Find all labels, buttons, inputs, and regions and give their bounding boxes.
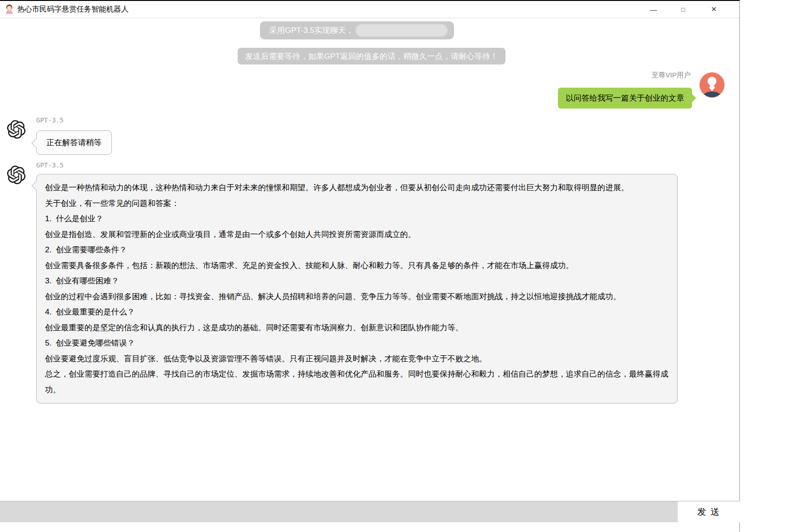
system-notice-1: 采用GPT-3.5实现聊天， — [260, 21, 454, 39]
bot-name-label: GPT-3.5 — [36, 161, 64, 169]
user-badge: 至尊VIP用户 — [552, 71, 691, 80]
bot-reply-bubble: 创业是一种热情和动力的体现，这种热情和动力来自于对未来的憧憬和期望。许多人都想成… — [36, 174, 678, 404]
user-message-text: 以问答给我写一篇关于创业的文章 — [566, 93, 684, 103]
bubble-tail — [687, 94, 696, 102]
openai-logo-icon — [7, 166, 26, 184]
openai-logo-icon — [7, 120, 26, 139]
bubble-tail — [32, 138, 41, 148]
reply-paragraph: 创业要避免过度乐观、盲目扩张、低估竞争以及资源管理不善等错误。只有正视问题并及时… — [45, 351, 669, 367]
user-avatar-icon — [699, 72, 725, 97]
bot-status-text: 正在解答请稍等 — [46, 137, 102, 148]
bot-reply-text: 创业是一种热情和动力的体现，这种热情和动力来自于对未来的憧憬和期望。许多人都想成… — [45, 180, 669, 397]
reply-paragraph: 创业是指创造、发展和管理新的企业或商业项目，通常是由一个或多个创始人共同投资所需… — [45, 227, 669, 243]
reply-paragraph: 5. 创业要避免哪些错误？ — [45, 335, 669, 351]
screenshot-stage: 热心市民码字悬赏任务智能机器人 — □ ✕ 采用GPT-3.5实现聊天， 发送后… — [0, 0, 790, 532]
bot-status-bubble: 正在解答请稍等 — [36, 130, 112, 155]
close-icon[interactable]: ✕ — [704, 1, 724, 18]
reply-paragraph: 创业最重要的是坚定的信念和认真的执行力，这是成功的基础。同时还需要有市场洞察力、… — [45, 320, 669, 336]
system-notice-2-text: 发送后需要等待，如果GPT返回的值多的话，稍微久一点，请耐心等待！ — [245, 51, 498, 62]
maximize-icon[interactable]: □ — [673, 1, 693, 18]
reply-paragraph: 关于创业，有一些常见的问题和答案： — [45, 196, 669, 212]
bot-name-label: GPT-3.5 — [36, 116, 64, 124]
reply-paragraph: 4. 创业最重要的是什么？ — [45, 304, 669, 320]
app-window: 热心市民码字悬赏任务智能机器人 — □ ✕ 采用GPT-3.5实现聊天， 发送后… — [0, 0, 740, 532]
composer-bar: 发 送 — [0, 501, 740, 522]
user-message-bubble: 以问答给我写一篇关于创业的文章 — [558, 88, 692, 109]
system-notice-1-text: 采用GPT-3.5实现聊天， — [269, 25, 354, 36]
reply-paragraph: 创业的过程中会遇到很多困难，比如：寻找资金、推销产品、解决人员招聘和培养的问题、… — [45, 289, 669, 305]
reply-paragraph: 创业需要具备很多条件，包括：新颖的想法、市场需求、充足的资金投入、技能和人脉、耐… — [45, 258, 669, 274]
reply-paragraph: 总之，创业需要打造自己的品牌、寻找自己的市场定位、发掘市场需求，持续地改善和优化… — [45, 366, 669, 397]
reply-paragraph: 3. 创业有哪些困难？ — [45, 273, 669, 289]
bubble-tail — [32, 181, 41, 191]
message-input[interactable] — [0, 501, 678, 522]
window-title: 热心市民码字悬赏任务智能机器人 — [17, 1, 129, 18]
send-button[interactable]: 发 送 — [678, 501, 740, 522]
minimize-icon[interactable]: — — [643, 1, 664, 18]
reply-paragraph: 创业是一种热情和动力的体现，这种热情和动力来自于对未来的憧憬和期望。许多人都想成… — [45, 180, 669, 196]
app-icon — [4, 4, 14, 14]
reply-paragraph: 2. 创业需要哪些条件？ — [45, 242, 669, 258]
system-notice-2: 发送后需要等待，如果GPT返回的值多的话，稍微久一点，请耐心等待！ — [238, 48, 505, 64]
redacted-text — [356, 24, 447, 37]
title-bar: 热心市民码字悬赏任务智能机器人 — □ ✕ — [0, 1, 739, 18]
reply-paragraph: 1. 什么是创业？ — [45, 211, 669, 227]
